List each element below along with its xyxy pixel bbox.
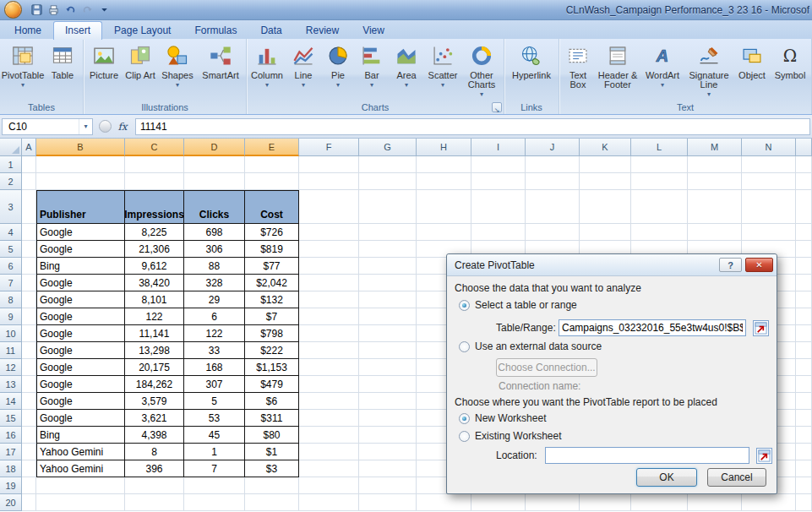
row-header-18[interactable]: 18 bbox=[0, 460, 22, 477]
cell-D3[interactable]: Clicks bbox=[184, 190, 245, 224]
tab-view[interactable]: View bbox=[351, 21, 396, 39]
object-button[interactable]: Object bbox=[733, 41, 771, 80]
cell-F14[interactable] bbox=[299, 393, 359, 410]
cell-C7[interactable]: 38,420 bbox=[125, 275, 184, 291]
cell-x1[interactable] bbox=[796, 156, 812, 173]
row-header-20[interactable]: 20 bbox=[0, 494, 22, 511]
row-header-7[interactable]: 7 bbox=[0, 275, 22, 291]
row-header-11[interactable]: 11 bbox=[0, 342, 22, 359]
cell-x20[interactable] bbox=[796, 494, 812, 511]
cell-x14[interactable] bbox=[796, 393, 812, 410]
cell-A16[interactable] bbox=[22, 427, 36, 444]
cell-F18[interactable] bbox=[299, 460, 359, 477]
undo-icon[interactable] bbox=[63, 3, 78, 17]
cell-x13[interactable] bbox=[796, 376, 812, 393]
row-header-16[interactable]: 16 bbox=[0, 427, 22, 444]
cell-C2[interactable] bbox=[125, 173, 184, 190]
cell-x8[interactable] bbox=[796, 291, 812, 308]
cell-K20[interactable] bbox=[580, 494, 631, 511]
cell-x16[interactable] bbox=[796, 427, 812, 444]
cell-x12[interactable] bbox=[796, 359, 812, 376]
cell-G12[interactable] bbox=[359, 359, 417, 376]
row-header-8[interactable]: 8 bbox=[0, 291, 22, 308]
cell-H2[interactable] bbox=[417, 173, 471, 190]
cell-I2[interactable] bbox=[471, 173, 526, 190]
cell-K3[interactable] bbox=[580, 190, 631, 224]
cell-G3[interactable] bbox=[359, 190, 417, 224]
cell-C17[interactable]: 8 bbox=[125, 444, 184, 460]
external-source-radio[interactable] bbox=[459, 341, 470, 352]
cell-A15[interactable] bbox=[22, 410, 36, 427]
row-header-12[interactable]: 12 bbox=[0, 359, 22, 376]
cell-A1[interactable] bbox=[22, 156, 36, 173]
cell-A9[interactable] bbox=[22, 308, 36, 325]
cell-x17[interactable] bbox=[796, 444, 812, 460]
header-footer-button[interactable]: Header & Footer bbox=[595, 41, 640, 90]
range-select-button[interactable] bbox=[753, 320, 769, 336]
ok-button[interactable]: OK bbox=[636, 468, 697, 487]
insert-function-icon[interactable] bbox=[116, 121, 129, 133]
cell-B13[interactable]: Google bbox=[36, 376, 125, 393]
cell-D20[interactable] bbox=[184, 494, 245, 511]
column-header-N[interactable]: N bbox=[742, 139, 796, 156]
cell-D2[interactable] bbox=[184, 173, 245, 190]
cell-G17[interactable] bbox=[359, 444, 417, 460]
formula-input[interactable]: 11141 bbox=[135, 118, 810, 135]
column-header-I[interactable]: I bbox=[471, 139, 526, 156]
cell-G10[interactable] bbox=[359, 325, 417, 342]
cell-x15[interactable] bbox=[796, 410, 812, 427]
cell-D9[interactable]: 6 bbox=[184, 308, 245, 325]
cell-L1[interactable] bbox=[631, 156, 688, 173]
column-header-B[interactable]: B bbox=[36, 139, 125, 156]
cell-C14[interactable]: 3,579 bbox=[125, 393, 184, 410]
cell-G7[interactable] bbox=[359, 275, 417, 291]
clip-art-button[interactable]: Clip Art bbox=[123, 41, 158, 80]
cell-B3[interactable]: Publisher bbox=[36, 190, 125, 224]
cell-G6[interactable] bbox=[359, 258, 417, 275]
cell-E10[interactable]: $798 bbox=[245, 325, 299, 342]
cell-x3[interactable] bbox=[796, 190, 812, 224]
row-header-9[interactable]: 9 bbox=[0, 308, 22, 325]
cell-E2[interactable] bbox=[245, 173, 299, 190]
cell-E15[interactable]: $311 bbox=[245, 410, 299, 427]
cell-G15[interactable] bbox=[359, 410, 417, 427]
cell-N3[interactable] bbox=[742, 190, 796, 224]
external-source-label[interactable]: Use an external data source bbox=[475, 340, 602, 352]
cell-J4[interactable] bbox=[526, 224, 580, 241]
redo-icon[interactable] bbox=[80, 3, 95, 17]
cell-E19[interactable] bbox=[245, 477, 299, 494]
cell-D6[interactable]: 88 bbox=[184, 258, 245, 275]
cell-F3[interactable] bbox=[299, 190, 359, 224]
row-header-19[interactable]: 19 bbox=[0, 477, 22, 494]
cell-F6[interactable] bbox=[299, 258, 359, 275]
row-header-4[interactable]: 4 bbox=[0, 224, 22, 241]
cell-D15[interactable]: 53 bbox=[184, 410, 245, 427]
cell-I3[interactable] bbox=[471, 190, 526, 224]
line-button[interactable]: Line bbox=[286, 41, 321, 88]
cell-A5[interactable] bbox=[22, 241, 36, 258]
cell-A10[interactable] bbox=[22, 325, 36, 342]
row-header-5[interactable]: 5 bbox=[0, 241, 22, 258]
cell-G18[interactable] bbox=[359, 460, 417, 477]
cell-J20[interactable] bbox=[526, 494, 580, 511]
cell-G14[interactable] bbox=[359, 393, 417, 410]
cell-M2[interactable] bbox=[688, 173, 742, 190]
cell-x18[interactable] bbox=[796, 460, 812, 477]
row-header-17[interactable]: 17 bbox=[0, 444, 22, 460]
dialog-launcher-icon[interactable] bbox=[492, 102, 502, 112]
row-header-1[interactable]: 1 bbox=[0, 156, 22, 173]
column-header-J[interactable]: J bbox=[526, 139, 580, 156]
cell-E20[interactable] bbox=[245, 494, 299, 511]
cell-E14[interactable]: $6 bbox=[245, 393, 299, 410]
column-header-E[interactable]: E bbox=[245, 139, 299, 156]
hyperlink-button[interactable]: Hyperlink bbox=[506, 41, 557, 80]
scatter-button[interactable]: Scatter bbox=[424, 41, 461, 88]
cell-F15[interactable] bbox=[299, 410, 359, 427]
cell-F19[interactable] bbox=[299, 477, 359, 494]
cancel-button[interactable]: Cancel bbox=[707, 468, 766, 487]
cell-A20[interactable] bbox=[22, 494, 36, 511]
cell-G8[interactable] bbox=[359, 291, 417, 308]
cell-C9[interactable]: 122 bbox=[125, 308, 184, 325]
row-header-13[interactable]: 13 bbox=[0, 376, 22, 393]
cell-L3[interactable] bbox=[631, 190, 688, 224]
